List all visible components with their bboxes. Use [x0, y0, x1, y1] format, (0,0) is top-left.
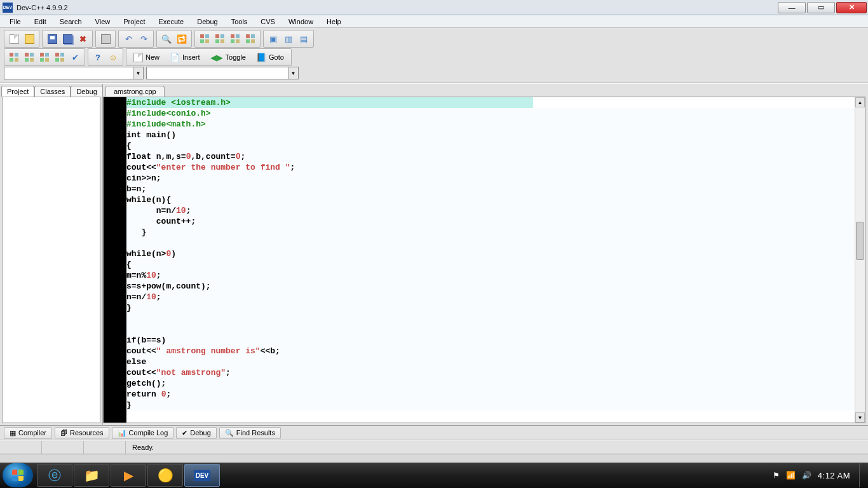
status-cell-2 [42, 441, 84, 454]
menu-file[interactable]: File [4, 17, 27, 27]
grid-d-button[interactable] [53, 50, 67, 64]
scroll-up-button[interactable]: ▲ [855, 97, 865, 107]
menu-window[interactable]: Window [283, 17, 319, 27]
task-wmp[interactable]: ▶ [111, 464, 146, 487]
bottom-tab-find-results[interactable]: 🔍Find Results [219, 427, 281, 439]
task-ie[interactable]: ⓔ [37, 464, 72, 487]
grid-c-button[interactable] [37, 50, 51, 64]
toggle-button[interactable]: ◀▶Toggle [206, 50, 250, 64]
window-title: Dev-C++ 4.9.9.2 [17, 4, 68, 11]
bottom-tab-label: Find Results [236, 429, 275, 437]
bottom-tab-label: Compile Log [129, 429, 168, 437]
print-button[interactable] [98, 32, 112, 46]
chart-icon: 📊 [118, 429, 126, 437]
status-bar: Ready. [0, 440, 868, 454]
code-area[interactable]: #include <iostream.h>#include<conio.h>#i… [126, 97, 855, 423]
title-bar: DEV Dev-C++ 4.9.9.2 — ▭ ✕ [0, 0, 868, 15]
editor[interactable]: #include <iostream.h>#include<conio.h>#i… [103, 97, 865, 423]
project-tree[interactable] [2, 97, 100, 423]
scroll-down-button[interactable]: ▼ [855, 412, 865, 423]
status-text: Ready. [126, 441, 868, 454]
folder-icon: 📁 [84, 468, 100, 483]
insert-button[interactable]: 📄Insert [165, 50, 205, 64]
bottom-tabs: ▦Compiler 🗐Resources 📊Compile Log ✔Debug… [0, 425, 868, 440]
clock: 4:12 AM [818, 471, 850, 480]
new-source-button[interactable]: New [129, 50, 164, 64]
close-button[interactable]: ✕ [836, 2, 867, 13]
side-tab-project[interactable]: Project [1, 86, 34, 97]
task-explorer[interactable]: 📁 [74, 464, 109, 487]
bottom-tab-compile-log[interactable]: 📊Compile Log [112, 427, 174, 439]
bottom-tab-label: Debug [190, 429, 210, 437]
doc-tab-amstrong[interactable]: amstrong.cpp [105, 86, 165, 97]
side-tab-debug[interactable]: Debug [71, 86, 102, 97]
about-button[interactable]: ☺ [106, 50, 120, 64]
menu-help[interactable]: Help [321, 17, 347, 27]
task-chrome[interactable]: 🟡 [147, 464, 183, 487]
bottom-tab-compiler[interactable]: ▦Compiler [4, 427, 52, 439]
check-syntax-button[interactable]: ✔ [68, 50, 82, 64]
menu-search[interactable]: Search [54, 17, 88, 27]
toolbar-area: ✖ ↶ ↷ 🔍 🔁 ▣ ▥ ▤ ✔ [0, 28, 868, 83]
replace-button[interactable]: 🔁 [175, 32, 189, 46]
app-icon: DEV [3, 3, 13, 13]
minimize-button[interactable]: — [778, 2, 806, 13]
redo-button[interactable]: ↷ [137, 32, 151, 46]
bottom-tab-debug[interactable]: ✔Debug [176, 427, 216, 439]
bottom-tab-label: Compiler [18, 429, 46, 437]
compile-run-button[interactable] [228, 32, 242, 46]
profile-button[interactable]: ▤ [297, 32, 311, 46]
maximize-button[interactable]: ▭ [807, 2, 835, 13]
stop-button[interactable]: ▥ [281, 32, 295, 46]
help-button[interactable]: ? [91, 50, 105, 64]
bottom-tab-resources[interactable]: 🗐Resources [55, 427, 109, 438]
find-button[interactable]: 🔍 [159, 32, 173, 46]
show-desktop-button[interactable] [859, 463, 865, 487]
search-icon: 🔍 [225, 429, 234, 437]
grid-a-button[interactable] [7, 50, 21, 64]
status-cell-1 [0, 441, 42, 454]
system-tray[interactable]: ⚑ 📶 🔊 4:12 AM [773, 471, 858, 480]
class-combo[interactable]: ▼ [4, 67, 144, 79]
flag-icon: ⚑ [773, 471, 780, 480]
gutter [104, 97, 126, 423]
menu-debug[interactable]: Debug [191, 17, 223, 27]
menu-execute[interactable]: Execute [153, 17, 189, 27]
side-panel: Project Classes Debug [0, 84, 103, 425]
menu-view[interactable]: View [90, 17, 116, 27]
side-tab-classes[interactable]: Classes [34, 86, 71, 97]
media-icon: ▶ [124, 468, 133, 483]
goto-button[interactable]: 📘Goto [252, 50, 288, 64]
new-file-button[interactable] [7, 32, 21, 46]
function-combo[interactable]: ▼ [146, 67, 299, 79]
stack-icon: 🗐 [60, 429, 67, 437]
grid-b-button[interactable] [22, 50, 36, 64]
menu-project[interactable]: Project [118, 17, 151, 27]
compile-button[interactable] [198, 32, 212, 46]
grid-icon: ▦ [10, 429, 16, 437]
save-button[interactable] [45, 32, 59, 46]
menu-edit[interactable]: Edit [29, 17, 52, 27]
open-button[interactable] [22, 32, 36, 46]
run-button[interactable] [213, 32, 227, 46]
undo-button[interactable]: ↶ [121, 32, 135, 46]
chrome-icon: 🟡 [158, 468, 173, 483]
taskbar: ⓔ 📁 ▶ 🟡 DEV ⚑ 📶 🔊 4:12 AM [0, 463, 868, 488]
scroll-thumb[interactable] [856, 222, 864, 260]
devcpp-icon: DEV [194, 470, 211, 481]
status-cell-3 [84, 441, 126, 454]
network-icon: 📶 [786, 471, 796, 480]
task-devcpp[interactable]: DEV [184, 464, 220, 487]
check-icon: ✔ [182, 429, 187, 437]
vertical-scrollbar[interactable]: ▲ ▼ [855, 97, 865, 423]
rebuild-all-button[interactable] [243, 32, 257, 46]
workspace: Project Classes Debug amstrong.cpp #incl… [0, 83, 868, 425]
close-doc-button[interactable]: ✖ [76, 32, 90, 46]
volume-icon: 🔊 [802, 471, 811, 480]
save-all-button[interactable] [60, 32, 74, 46]
menu-tools[interactable]: Tools [226, 17, 254, 27]
start-button[interactable] [3, 463, 33, 487]
debug-button[interactable]: ▣ [266, 32, 280, 46]
menu-bar: File Edit Search View Project Execute De… [0, 15, 868, 28]
menu-cvs[interactable]: CVS [255, 17, 281, 27]
